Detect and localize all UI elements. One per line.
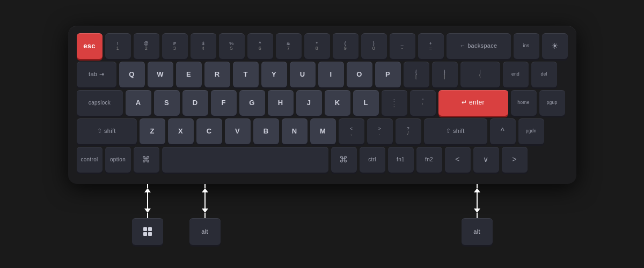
row-3: capslock A S D F G H J K L :; "' ↵ enter… — [77, 90, 568, 116]
key-up[interactable]: ^ — [490, 118, 516, 144]
arrow-line-bot-2 — [204, 213, 206, 218]
key-shift-right[interactable]: ⇧ shift — [424, 118, 487, 144]
arrow-line-mid-3 — [477, 192, 478, 209]
arrow-line-top-1 — [147, 184, 148, 188]
key-comma[interactable]: <, — [339, 118, 364, 144]
key-end[interactable]: end — [503, 62, 529, 87]
key-right[interactable]: > — [502, 147, 528, 173]
key-u[interactable]: U — [290, 62, 316, 87]
arrow-line-mid-2 — [204, 192, 206, 209]
key-cmd-left[interactable]: ⌘ — [134, 147, 159, 173]
cmd-left-arrow-group: alt — [189, 184, 221, 245]
key-ctrl-right[interactable]: ctrl — [360, 147, 385, 173]
key-capslock[interactable]: capslock — [77, 90, 123, 116]
key-p[interactable]: P — [375, 62, 401, 87]
row-1: esc !1 @2 #3 $4 %5 ^6 &7 *8 (9 )0 _- += … — [77, 33, 568, 59]
key-z[interactable]: Z — [140, 118, 165, 144]
key-backspace[interactable]: ← backspace — [447, 33, 511, 59]
key-m[interactable]: M — [310, 118, 336, 144]
key-2[interactable]: @2 — [134, 33, 159, 59]
key-h[interactable]: H — [268, 90, 294, 116]
key-control[interactable]: control — [77, 147, 103, 173]
key-4[interactable]: $4 — [191, 33, 216, 59]
arrow-up-3 — [474, 188, 480, 192]
key-3[interactable]: #3 — [162, 33, 188, 59]
key-c[interactable]: C — [196, 118, 222, 144]
key-del[interactable]: del — [531, 62, 557, 87]
key-s[interactable]: S — [154, 90, 180, 116]
arrow-down-3 — [474, 209, 480, 213]
key-rbracket[interactable]: }] — [432, 62, 458, 87]
key-5[interactable]: %5 — [219, 33, 245, 59]
key-q[interactable]: Q — [119, 62, 145, 87]
key-option[interactable]: option — [105, 147, 131, 173]
key-x[interactable]: X — [168, 118, 194, 144]
mini-key-win[interactable] — [132, 218, 163, 245]
key-v[interactable]: V — [225, 118, 251, 144]
key-t[interactable]: T — [233, 62, 259, 87]
key-n[interactable]: N — [282, 118, 308, 144]
key-1[interactable]: !1 — [105, 33, 131, 59]
arrow-down-1 — [144, 209, 151, 213]
key-equals[interactable]: += — [418, 33, 444, 59]
key-lbracket[interactable]: {[ — [404, 62, 429, 87]
arrow-line-bot-1 — [147, 213, 148, 218]
arrow-line-mid-1 — [147, 192, 148, 209]
key-fn1[interactable]: fn1 — [388, 147, 414, 173]
key-o[interactable]: O — [347, 62, 372, 87]
key-fn2[interactable]: fn2 — [416, 147, 442, 173]
key-6[interactable]: ^6 — [247, 33, 273, 59]
key-r[interactable]: R — [204, 62, 230, 87]
arrow-up-2 — [202, 188, 208, 192]
keyboard: esc !1 @2 #3 $4 %5 ^6 &7 *8 (9 )0 _- += … — [68, 26, 576, 184]
key-quote[interactable]: "' — [410, 90, 436, 116]
mini-key-alt-right[interactable]: alt — [462, 218, 493, 245]
key-slash[interactable]: ?/ — [396, 118, 421, 144]
key-j[interactable]: J — [296, 90, 322, 116]
key-semicolon[interactable]: :; — [382, 90, 407, 116]
key-down[interactable]: ∨ — [473, 147, 499, 173]
key-b[interactable]: B — [253, 118, 279, 144]
key-g[interactable]: G — [239, 90, 265, 116]
key-y[interactable]: Y — [261, 62, 287, 87]
windows-icon — [143, 227, 152, 236]
key-enter[interactable]: ↵ enter — [438, 90, 508, 116]
key-esc[interactable]: esc — [77, 33, 103, 59]
key-a[interactable]: A — [126, 90, 151, 116]
key-backslash[interactable]: |\ — [460, 62, 500, 87]
key-tab[interactable]: tab ⇥ — [77, 62, 116, 87]
row-2: tab ⇥ Q W E R T Y U I O P {[ }] |\ end d… — [77, 62, 568, 87]
key-period[interactable]: >. — [367, 118, 393, 144]
row-5: control option ⌘ ⌘ ctrl fn1 fn2 < ∨ > — [77, 147, 568, 173]
key-w[interactable]: W — [148, 62, 173, 87]
key-7[interactable]: &7 — [276, 33, 302, 59]
arrow-down-2 — [202, 209, 208, 213]
key-pgup[interactable]: pgup — [539, 90, 565, 116]
arrow-line-top-2 — [204, 184, 206, 188]
cmd-right-arrow-group: alt — [462, 184, 493, 245]
key-home[interactable]: home — [511, 90, 537, 116]
key-f[interactable]: F — [211, 90, 237, 116]
key-space[interactable] — [162, 147, 328, 173]
annotation-area: alt alt — [68, 184, 576, 243]
key-shift-left[interactable]: ⇧ shift — [77, 118, 137, 144]
key-left[interactable]: < — [445, 147, 471, 173]
arrow-up-1 — [144, 188, 151, 192]
key-d[interactable]: D — [182, 90, 208, 116]
key-9[interactable]: (9 — [333, 33, 358, 59]
key-minus[interactable]: _- — [390, 33, 415, 59]
key-i[interactable]: I — [318, 62, 344, 87]
row-4: ⇧ shift Z X C V B N M <, >. ?/ ⇧ shift ^… — [77, 118, 568, 144]
key-8[interactable]: *8 — [304, 33, 330, 59]
key-cmd-right[interactable]: ⌘ — [331, 147, 357, 173]
option-arrow-group — [132, 184, 163, 245]
key-ins[interactable]: ins — [514, 33, 539, 59]
key-l[interactable]: L — [353, 90, 379, 116]
key-e[interactable]: E — [176, 62, 202, 87]
mini-key-alt-left[interactable]: alt — [189, 218, 221, 245]
key-0[interactable]: )0 — [361, 33, 387, 59]
keyboard-wrapper: esc !1 @2 #3 $4 %5 ^6 &7 *8 (9 )0 _- += … — [68, 26, 576, 243]
key-k[interactable]: K — [325, 90, 350, 116]
key-pgdn[interactable]: pgdn — [518, 118, 544, 144]
key-brightness[interactable]: ☀ — [542, 33, 568, 59]
